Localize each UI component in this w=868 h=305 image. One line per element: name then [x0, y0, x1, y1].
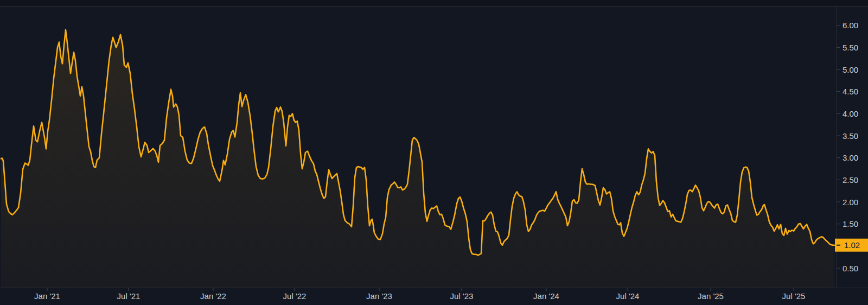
- last-price-label: 1.02: [835, 239, 868, 252]
- price-tick-label: 0.50: [843, 264, 858, 273]
- price-tick-label: 6.00: [843, 21, 858, 30]
- price-tick-label: 5.50: [843, 43, 858, 52]
- time-tick-label: Jan '25: [698, 291, 724, 301]
- price-tick-label: 1.50: [843, 219, 858, 228]
- price-chart-panel: 6.005.505.004.504.003.503.002.502.001.50…: [0, 0, 868, 305]
- price-tick-label: 3.50: [843, 131, 858, 141]
- time-tick-label: Jul '24: [616, 291, 640, 301]
- price-tick-label: 2.00: [843, 198, 858, 207]
- price-tick-label: 4.00: [843, 109, 858, 118]
- price-tick-label: 3.00: [843, 153, 858, 162]
- price-tick-label: 2.50: [843, 175, 858, 185]
- time-tick-label: Jan '21: [34, 291, 60, 301]
- time-tick-label: Jul '22: [283, 291, 307, 301]
- time-tick-label: Jul '23: [450, 291, 474, 301]
- price-tick-label: 5.00: [843, 65, 858, 74]
- price-tick-label: 4.50: [843, 87, 858, 96]
- time-tick-label: Jan '24: [533, 291, 559, 301]
- time-tick-label: Jul '25: [782, 291, 806, 301]
- price-chart[interactable]: 6.005.505.004.504.003.503.002.502.001.50…: [0, 0, 868, 305]
- time-tick-label: Jan '23: [366, 291, 392, 301]
- time-tick-label: Jan '22: [200, 291, 226, 301]
- last-price-value: 1.02: [844, 240, 860, 250]
- top-strip: [0, 0, 868, 6]
- time-tick-label: Jul '21: [117, 291, 141, 301]
